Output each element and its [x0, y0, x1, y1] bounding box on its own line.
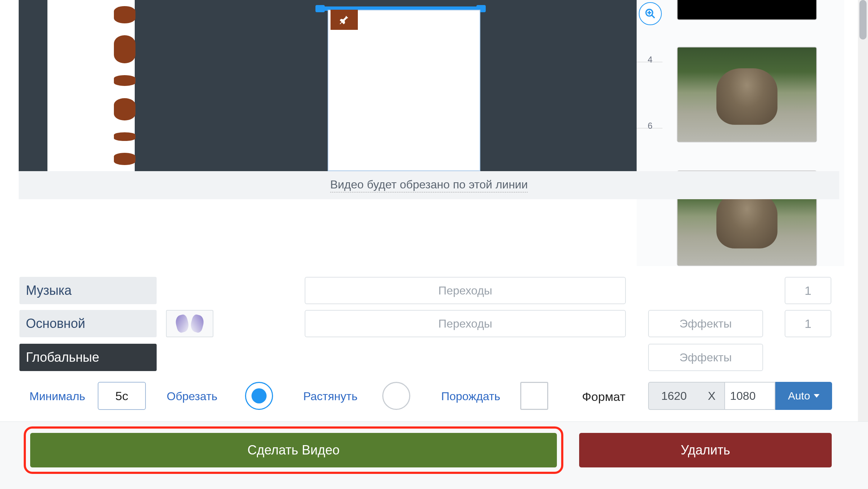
min-duration-value: 5с: [115, 389, 128, 403]
count-main[interactable]: 1: [785, 310, 831, 337]
delete-label: Удалить: [681, 443, 730, 458]
svg-line-3: [652, 15, 655, 18]
make-video-button[interactable]: Сделать Видео: [30, 433, 557, 467]
format-separator: X: [699, 382, 724, 410]
count-music[interactable]: 1: [785, 277, 831, 304]
delete-button[interactable]: Удалить: [579, 433, 832, 467]
effects-button-global[interactable]: Эффекты: [648, 344, 763, 371]
layer-main-button[interactable]: Основной: [19, 310, 157, 337]
crop-mode-radio[interactable]: [245, 382, 273, 410]
effect-preset-thumbnail[interactable]: [166, 310, 213, 337]
crop-line-banner: Видео будет обрезано по этой линии: [19, 171, 839, 199]
ruler-tick-6: 6: [637, 121, 655, 131]
page-scrollbar-track: [858, 0, 868, 489]
stretch-mode-label: Растянуть: [303, 390, 357, 403]
stretch-mode-radio[interactable]: [382, 382, 410, 410]
layer-main-label: Основной: [26, 316, 85, 331]
transitions-placeholder: Переходы: [438, 317, 492, 330]
page-scrollbar-thumb[interactable]: [859, 0, 867, 40]
format-width: 1620: [648, 382, 699, 410]
thumbnail-black[interactable]: [677, 0, 817, 20]
format-height-input[interactable]: 1080: [724, 382, 775, 410]
timeline-audio-track[interactable]: [47, 0, 135, 171]
layer-music-button[interactable]: Музыка: [19, 277, 157, 304]
audio-waveform: [110, 0, 139, 171]
chevron-down-icon: [814, 394, 819, 398]
min-duration-input[interactable]: 5с: [98, 382, 146, 410]
pin-icon[interactable]: [331, 10, 358, 30]
format-label: Формат: [582, 390, 625, 404]
transitions-input-main[interactable]: Переходы: [305, 310, 626, 337]
transitions-input-music[interactable]: Переходы: [305, 277, 626, 304]
min-duration-label: Минималь: [29, 390, 90, 403]
generate-mode-checkbox[interactable]: [520, 382, 548, 410]
effects-placeholder: Эффекты: [679, 317, 731, 330]
transitions-placeholder: Переходы: [438, 284, 492, 297]
format-height-value: 1080: [730, 389, 756, 403]
ruler-tick-4: 4: [637, 55, 655, 65]
make-video-label: Сделать Видео: [248, 443, 340, 458]
format-auto-label: Auto: [788, 390, 810, 402]
butterfly-icon: [176, 314, 203, 334]
layer-global-button[interactable]: Глобальные: [19, 344, 157, 371]
effects-placeholder: Эффекты: [679, 351, 731, 364]
effects-button-main[interactable]: Эффекты: [648, 310, 763, 337]
zoom-in-button[interactable]: [639, 2, 662, 25]
format-auto-dropdown[interactable]: Auto: [775, 382, 832, 410]
layer-music-label: Музыка: [26, 283, 71, 298]
thumbnail-1[interactable]: [677, 47, 817, 142]
layer-global-label: Глобальные: [26, 350, 99, 365]
crop-line-text: Видео будет обрезано по этой линии: [330, 178, 528, 192]
generate-mode-label: Порождать: [441, 390, 501, 403]
preview-canvas[interactable]: [328, 10, 480, 171]
crop-mode-label: Обрезать: [167, 390, 217, 403]
